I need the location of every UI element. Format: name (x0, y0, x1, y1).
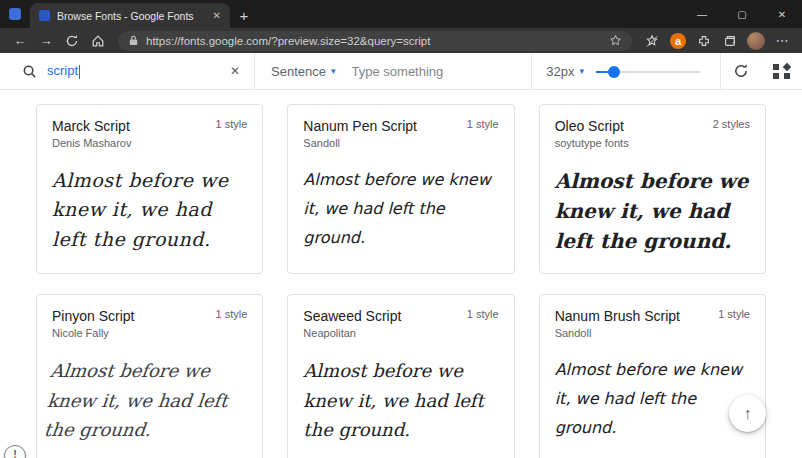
font-preview-text[interactable]: Almost before we knew it, we had left th… (43, 356, 248, 445)
grid-view-icon (773, 63, 790, 80)
scroll-to-top-button[interactable]: ↑ (729, 395, 766, 432)
font-author: Sandoll (303, 137, 417, 149)
extensions-puzzle-icon (697, 34, 711, 48)
home-icon (91, 34, 105, 48)
preview-type-dropdown[interactable]: Sentence ▾ (255, 53, 351, 89)
minimize-button[interactable]: — (682, 0, 722, 28)
back-button[interactable]: ← (8, 30, 32, 52)
chevron-down-icon: ▾ (331, 66, 336, 76)
font-author: Nicole Fally (52, 327, 134, 339)
search-input[interactable]: script (47, 63, 230, 79)
favorites-hub-button[interactable] (640, 30, 664, 52)
font-author: Denis Masharov (52, 137, 131, 149)
font-name[interactable]: Nanum Pen Script (303, 118, 417, 134)
grid-view-toggle[interactable] (761, 53, 802, 89)
font-cards-grid: Marck Script Denis Masharov 1 style Almo… (0, 90, 802, 458)
browser-navbar: ← → https://fonts.google.com/?preview.si… (0, 28, 802, 53)
font-style-count: 1 style (718, 308, 750, 320)
font-name[interactable]: Marck Script (52, 118, 131, 134)
font-name[interactable]: Oleo Script (555, 118, 629, 134)
fonts-search-toolbar: script ✕ Sentence ▾ 32px ▾ (0, 53, 802, 90)
font-preview-text[interactable]: Almost before we knew it, we had left th… (555, 166, 750, 256)
forward-button[interactable]: → (34, 30, 58, 52)
font-card[interactable]: Seaweed Script Neapolitan 1 style Almost… (287, 294, 514, 458)
new-tab-button[interactable]: + (230, 3, 258, 28)
address-bar[interactable]: https://fonts.google.com/?preview.size=3… (118, 31, 632, 51)
font-author: soytutype fonts (555, 137, 629, 149)
font-name[interactable]: Seaweed Script (303, 308, 401, 324)
favorites-hub-icon (645, 34, 659, 48)
close-button[interactable]: ✕ (762, 0, 802, 28)
tab-close-icon[interactable]: ✕ (213, 10, 221, 21)
tab-favicon-icon (39, 10, 50, 21)
text-cursor (79, 65, 80, 79)
maximize-button[interactable]: ▢ (722, 0, 762, 28)
up-arrow-icon: ↑ (744, 405, 752, 423)
settings-more-button[interactable]: ⋯ (770, 33, 794, 48)
font-style-count: 1 style (467, 118, 499, 130)
font-author: Sandoll (555, 327, 680, 339)
alert-icon: ! (13, 448, 17, 458)
font-card[interactable]: Nanum Brush Script Sandoll 1 style Almos… (539, 294, 766, 458)
lock-icon (128, 35, 139, 46)
reset-button[interactable] (721, 53, 761, 89)
profile-avatar (747, 32, 765, 50)
font-name[interactable]: Pinyon Script (52, 308, 134, 324)
font-preview-text[interactable]: Almost before we knew it, we had left th… (303, 356, 498, 445)
font-style-count: 1 style (467, 308, 499, 320)
extension-a-button[interactable]: a (666, 30, 690, 52)
font-preview-text[interactable]: Almost before we knew it, we had left th… (303, 166, 498, 252)
font-author: Neapolitan (303, 327, 401, 339)
home-button[interactable] (86, 30, 110, 52)
tab-actions-button[interactable] (0, 0, 30, 28)
url-text[interactable]: https://fonts.google.com/?preview.size=3… (146, 35, 602, 47)
preview-text-input[interactable] (352, 53, 532, 89)
browser-window: Browse Fonts - Google Fonts ✕ + — ▢ ✕ ← … (0, 0, 802, 458)
font-card[interactable]: Nanum Pen Script Sandoll 1 style Almost … (287, 104, 514, 274)
font-name[interactable]: Nanum Brush Script (555, 308, 680, 324)
browser-tab[interactable]: Browse Fonts - Google Fonts ✕ (30, 3, 230, 28)
refresh-icon (65, 34, 79, 48)
preview-type-label: Sentence (271, 64, 326, 79)
tab-title: Browse Fonts - Google Fonts (57, 10, 206, 22)
search-query-text: script (47, 63, 78, 78)
font-style-count: 1 style (216, 118, 248, 130)
font-style-count: 2 styles (713, 118, 750, 130)
extension-a-icon: a (670, 33, 686, 49)
profile-button[interactable] (744, 30, 768, 52)
search-icon (22, 64, 37, 79)
reset-refresh-icon (733, 63, 749, 79)
font-size-slider[interactable] (596, 53, 700, 90)
clear-search-button[interactable]: ✕ (230, 53, 254, 89)
collections-button[interactable] (718, 30, 742, 52)
font-style-count: 1 style (216, 308, 248, 320)
font-preview-text[interactable]: Almost before we knew it, we had left th… (52, 166, 247, 254)
font-card[interactable]: Pinyon Script Nicole Fally 1 style Almos… (36, 294, 263, 458)
tab-actions-icon (9, 8, 21, 20)
favorites-star-icon[interactable] (609, 34, 622, 47)
font-preview-text[interactable]: Almost before we knew it, we had left th… (555, 356, 750, 442)
window-controls: — ▢ ✕ (682, 0, 802, 28)
chevron-down-icon: ▾ (579, 66, 584, 76)
font-card[interactable]: Marck Script Denis Masharov 1 style Almo… (36, 104, 263, 274)
browser-titlebar: Browse Fonts - Google Fonts ✕ + — ▢ ✕ (0, 0, 802, 28)
extensions-button[interactable] (692, 30, 716, 52)
collections-icon (723, 34, 737, 48)
font-size-value: 32px (546, 64, 574, 79)
font-size-dropdown[interactable]: 32px ▾ (532, 53, 596, 89)
search-box[interactable]: script (0, 53, 230, 89)
slider-thumb[interactable] (608, 66, 620, 78)
refresh-button[interactable] (60, 30, 84, 52)
font-card[interactable]: Oleo Script soytutype fonts 2 styles Alm… (539, 104, 766, 274)
